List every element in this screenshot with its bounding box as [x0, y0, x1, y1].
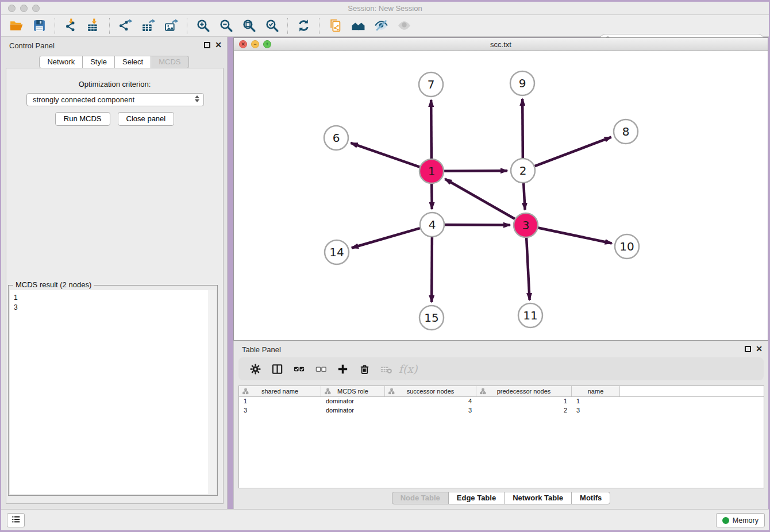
edge-4-3[interactable]: [445, 225, 510, 225]
open-file-icon[interactable]: [6, 17, 26, 35]
node-label-11: 11: [523, 309, 537, 322]
column-header-MCDS-role[interactable]: MCDS role: [321, 386, 385, 396]
split-view-icon[interactable]: [268, 360, 286, 377]
task-list-button[interactable]: [7, 513, 25, 527]
tab-motifs[interactable]: Motifs: [571, 492, 610, 504]
table-cell[interactable]: 4: [385, 397, 476, 406]
edge-4-15[interactable]: [432, 237, 432, 302]
edge-2-9[interactable]: [522, 99, 523, 158]
run-mcds-button[interactable]: Run MCDS: [55, 112, 110, 126]
add-row-plus-icon[interactable]: [334, 360, 351, 377]
table-panel: Table Panel ✕ f(x) shared nameMCDS roles…: [233, 341, 768, 509]
deselect-all-checkboxes-icon[interactable]: [312, 360, 329, 377]
table-cell[interactable]: 1: [572, 397, 620, 406]
edge-3-11[interactable]: [526, 238, 530, 300]
result-line: 3: [14, 303, 216, 313]
column-header-shared-name[interactable]: shared name: [239, 386, 321, 396]
close-window-button[interactable]: [8, 5, 16, 12]
column-label: shared name: [261, 388, 298, 395]
memory-button[interactable]: Memory: [716, 513, 765, 527]
float-panel-icon[interactable]: [204, 42, 210, 48]
memory-label: Memory: [733, 516, 759, 525]
column-label: predecessor nodes: [497, 388, 551, 395]
node-label-2: 2: [519, 164, 527, 178]
column-label: MCDS role: [337, 388, 368, 395]
refresh-layout-icon[interactable]: [294, 17, 313, 35]
tab-node-table[interactable]: Node Table: [392, 492, 449, 504]
table-cell[interactable]: 1: [239, 397, 321, 406]
save-session-icon[interactable]: [29, 17, 49, 35]
zoom-out-icon[interactable]: [216, 17, 236, 35]
maximize-window-button[interactable]: [32, 5, 40, 12]
tab-edge-table[interactable]: Edge Table: [448, 492, 505, 504]
column-header-predecessor-nodes[interactable]: predecessor nodes: [476, 386, 572, 396]
table-settings-gear-icon[interactable]: [247, 360, 264, 377]
column-header-successor-nodes[interactable]: successor nodes: [385, 386, 476, 396]
show-all-eye-icon: [394, 17, 414, 35]
optimization-criterion-label: Optimization criterion:: [6, 80, 223, 88]
edge-1-6[interactable]: [351, 143, 419, 167]
close-panel-button[interactable]: Close panel: [118, 112, 175, 126]
node-label-1: 1: [428, 164, 436, 178]
tab-network[interactable]: Network: [39, 56, 83, 68]
zoom-in-icon[interactable]: [193, 17, 213, 35]
network-window-controls: ✕ − +: [239, 40, 271, 48]
edge-3-10[interactable]: [538, 228, 612, 244]
network-window-titlebar: ✕ − + scc.txt: [234, 38, 768, 51]
toolbar-icon-group: [5, 17, 415, 35]
attribute-tree-icon: [480, 388, 486, 396]
tab-style[interactable]: Style: [82, 56, 115, 68]
close-panel-icon[interactable]: ✕: [215, 42, 222, 48]
close-table-panel-icon[interactable]: ✕: [756, 346, 763, 352]
delete-row-trash-icon[interactable]: [356, 360, 373, 377]
zoom-fit-icon[interactable]: [239, 17, 259, 35]
toolbar-separator: [319, 18, 319, 34]
tab-mcds[interactable]: MCDS: [151, 56, 188, 68]
minimize-view-button[interactable]: −: [251, 40, 259, 48]
table-cell[interactable]: 2: [476, 406, 572, 415]
zoom-selected-icon[interactable]: [262, 17, 282, 35]
result-scrollbar[interactable]: [209, 290, 216, 494]
table-cell[interactable]: dominator: [321, 397, 385, 406]
edge-2-8[interactable]: [535, 137, 611, 167]
edge-1-2[interactable]: [444, 171, 507, 171]
table-cell[interactable]: 1: [476, 397, 572, 406]
import-table-icon[interactable]: [84, 17, 103, 35]
edge-4-14[interactable]: [352, 228, 420, 248]
edge-3-1[interactable]: [445, 179, 514, 219]
mcds-buttons: Run MCDS Close panel: [6, 112, 223, 126]
edge-1-7[interactable]: [431, 100, 432, 159]
table-row[interactable]: 3dominator323: [239, 406, 764, 415]
node-label-15: 15: [424, 311, 438, 325]
table-row[interactable]: 1dominator411: [239, 397, 764, 406]
table-panel-title: Table Panel: [242, 345, 281, 354]
table-cell[interactable]: dominator: [321, 406, 385, 415]
close-view-button[interactable]: ✕: [239, 40, 247, 48]
control-panel-tabs: NetworkStyleSelectMCDS: [1, 56, 227, 68]
export-network-icon[interactable]: [116, 17, 135, 35]
tab-network-table[interactable]: Network Table: [504, 492, 572, 504]
maximize-view-button[interactable]: +: [263, 40, 271, 48]
toolbar-separator: [287, 18, 288, 34]
new-network-from-selection-icon[interactable]: [325, 17, 345, 35]
edge-2-3[interactable]: [523, 183, 525, 210]
table-cell[interactable]: 3: [385, 406, 476, 415]
table-cell[interactable]: 3: [239, 406, 321, 415]
hide-selected-eye-slash-icon[interactable]: [371, 17, 391, 35]
column-header-name[interactable]: name: [572, 386, 620, 396]
table-cell[interactable]: 3: [572, 406, 620, 415]
mcds-result-area[interactable]: 13: [10, 290, 216, 494]
export-image-icon[interactable]: [161, 17, 181, 35]
first-neighbors-icon[interactable]: [348, 17, 368, 35]
tab-select[interactable]: Select: [114, 56, 151, 68]
window-controls: [8, 5, 40, 12]
minimize-window-button[interactable]: [20, 5, 28, 12]
export-table-icon[interactable]: [138, 17, 158, 35]
table-toolbar: f(x): [238, 357, 764, 380]
import-network-icon[interactable]: [61, 17, 80, 35]
network-graph-canvas[interactable]: 7968124314101511: [234, 51, 768, 340]
table-panel-tabs: Node TableEdge TableNetwork TableMotifs: [234, 492, 768, 504]
criterion-select[interactable]: strongly connected component: [26, 93, 204, 106]
select-all-checkboxes-icon[interactable]: [290, 360, 307, 377]
float-table-panel-icon[interactable]: [745, 346, 751, 352]
